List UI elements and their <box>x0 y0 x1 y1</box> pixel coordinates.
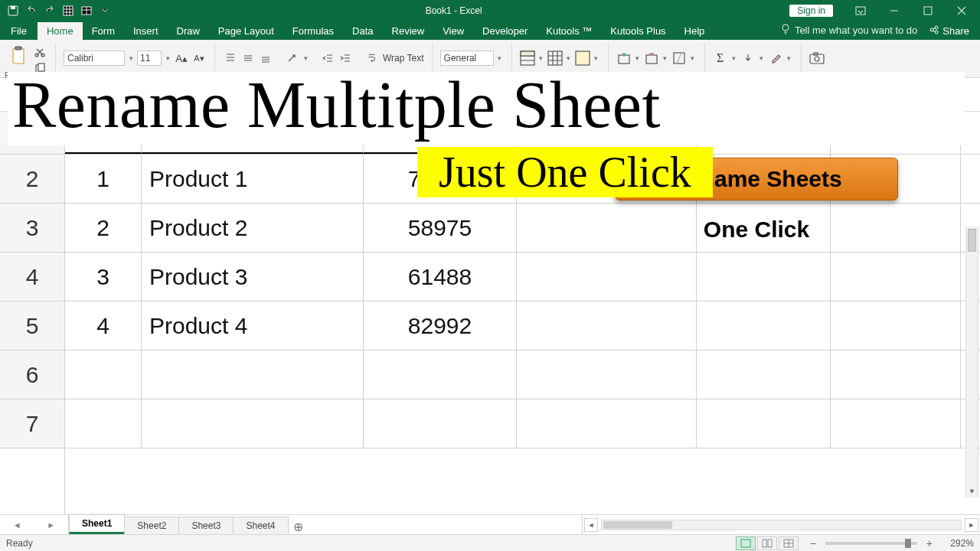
cell-amount[interactable]: 58975 <box>364 204 517 252</box>
cell-sno[interactable]: 3 <box>65 253 142 301</box>
page-layout-view-icon[interactable] <box>757 536 777 550</box>
scroll-down-icon[interactable]: ▼ <box>966 484 978 497</box>
zoom-percent[interactable]: 292% <box>936 538 974 549</box>
sheet-tab[interactable]: Sheet2 <box>124 517 179 534</box>
vertical-scrollbar[interactable]: ▲ ▼ <box>965 227 978 497</box>
cell[interactable] <box>65 350 142 399</box>
cell[interactable] <box>697 350 831 399</box>
cell[interactable] <box>517 253 697 301</box>
new-sheet-button[interactable]: ⊕ <box>288 520 309 534</box>
tab-draw[interactable]: Draw <box>168 22 209 40</box>
qat-grid-icon[interactable] <box>60 2 77 19</box>
zoom-in-icon[interactable]: + <box>923 537 936 549</box>
align-bottom-icon[interactable] <box>258 51 273 66</box>
row-header[interactable]: 4 <box>0 253 64 302</box>
hscroll-thumb[interactable] <box>603 521 672 529</box>
row-header[interactable]: 2 <box>0 155 64 204</box>
row-header[interactable]: 3 <box>0 204 64 253</box>
number-format-select[interactable]: General <box>440 51 494 66</box>
cell[interactable] <box>831 399 961 448</box>
hscroll-track[interactable] <box>601 520 962 530</box>
minimize-icon[interactable] <box>877 0 911 21</box>
tab-view[interactable]: View <box>433 22 473 40</box>
sheet-tab[interactable]: Sheet1 <box>69 514 125 534</box>
cell-stock[interactable]: Product 3 <box>142 253 364 301</box>
insert-cells-icon[interactable] <box>616 51 632 66</box>
camera-icon[interactable] <box>809 51 825 66</box>
cell-stock[interactable]: Product 1 <box>142 155 364 203</box>
cell-stock[interactable]: Product 2 <box>142 204 364 252</box>
tab-home[interactable]: Home <box>38 22 83 40</box>
align-middle-icon[interactable] <box>240 51 256 66</box>
zoom-out-icon[interactable]: − <box>807 537 819 549</box>
cell-sno[interactable]: 4 <box>65 302 142 350</box>
cut-icon[interactable] <box>32 44 47 60</box>
normal-view-icon[interactable] <box>736 536 756 550</box>
cell-stock[interactable]: Product 4 <box>142 302 364 350</box>
increase-font-icon[interactable]: A▴ <box>174 51 189 66</box>
tab-kutools-plus[interactable]: Kutools Plus <box>601 22 675 40</box>
cell-amount[interactable]: 61488 <box>364 253 517 301</box>
cell[interactable] <box>831 302 961 350</box>
qat-dropdown-icon[interactable] <box>96 2 113 19</box>
cell-amount[interactable]: 82992 <box>364 302 517 350</box>
scroll-thumb[interactable] <box>968 229 976 252</box>
sheet-nav-next-icon[interactable]: ► <box>47 520 55 530</box>
tab-help[interactable]: Help <box>675 22 714 40</box>
font-size-input[interactable]: 11 <box>137 51 162 66</box>
wrap-text-label[interactable]: Wrap Text <box>383 53 424 64</box>
tab-file[interactable]: File <box>0 22 38 40</box>
tab-developer[interactable]: Developer <box>473 22 537 40</box>
sheet-tab[interactable]: Sheet3 <box>178 517 234 534</box>
format-cells-icon[interactable] <box>671 51 687 66</box>
tab-insert[interactable]: Insert <box>124 22 168 40</box>
align-top-icon[interactable] <box>223 51 238 66</box>
format-table-icon[interactable] <box>547 51 563 66</box>
tab-data[interactable]: Data <box>343 22 382 40</box>
fill-icon[interactable] <box>740 51 756 66</box>
sign-in-button[interactable]: Sign in <box>789 5 833 17</box>
font-name-input[interactable]: Calibri <box>64 51 125 66</box>
orientation-icon[interactable] <box>284 51 299 66</box>
cell[interactable] <box>142 399 364 448</box>
cell[interactable] <box>364 350 517 399</box>
scroll-right-icon[interactable]: ► <box>965 518 978 532</box>
sheet-tab[interactable]: Sheet4 <box>233 517 288 534</box>
cell[interactable] <box>65 399 142 448</box>
redo-icon[interactable] <box>41 2 58 19</box>
close-icon[interactable] <box>945 0 978 21</box>
cell[interactable] <box>831 350 961 399</box>
tell-me-search[interactable]: Tell me what you want to do <box>778 24 926 40</box>
cell[interactable] <box>697 253 831 301</box>
row-header[interactable]: 6 <box>0 350 64 399</box>
tab-kutools[interactable]: Kutools ™ <box>537 22 601 40</box>
qat-table-icon[interactable] <box>78 2 95 19</box>
zoom-slider[interactable] <box>825 542 917 545</box>
wrap-text-icon[interactable] <box>365 51 381 66</box>
tab-page-layout[interactable]: Page Layout <box>209 22 283 40</box>
cell[interactable] <box>697 399 831 448</box>
cell-sno[interactable]: 1 <box>65 155 142 203</box>
zoom-knob[interactable] <box>905 539 911 548</box>
paste-icon[interactable] <box>9 44 29 67</box>
cell[interactable] <box>142 350 364 399</box>
decrease-indent-icon[interactable] <box>320 51 335 66</box>
tab-formulas[interactable]: Formulas <box>283 22 343 40</box>
cell[interactable] <box>517 302 697 350</box>
horizontal-scrollbar[interactable]: ◄ ► <box>582 515 980 534</box>
cell[interactable] <box>517 350 697 399</box>
maximize-icon[interactable] <box>911 0 945 21</box>
tab-review[interactable]: Review <box>383 22 434 40</box>
cell[interactable] <box>697 302 831 350</box>
cell-sno[interactable]: 2 <box>65 204 142 252</box>
delete-cells-icon[interactable] <box>644 51 659 66</box>
autosum-icon[interactable]: Σ <box>713 51 728 66</box>
clear-icon[interactable] <box>768 51 783 66</box>
cell-styles-icon[interactable] <box>575 51 590 66</box>
undo-icon[interactable] <box>23 2 40 19</box>
decrease-font-icon[interactable]: A▾ <box>191 51 207 66</box>
save-icon[interactable] <box>5 2 21 19</box>
ribbon-options-icon[interactable] <box>844 0 877 21</box>
cell[interactable] <box>364 399 517 448</box>
tab-form[interactable]: Form <box>83 22 124 40</box>
